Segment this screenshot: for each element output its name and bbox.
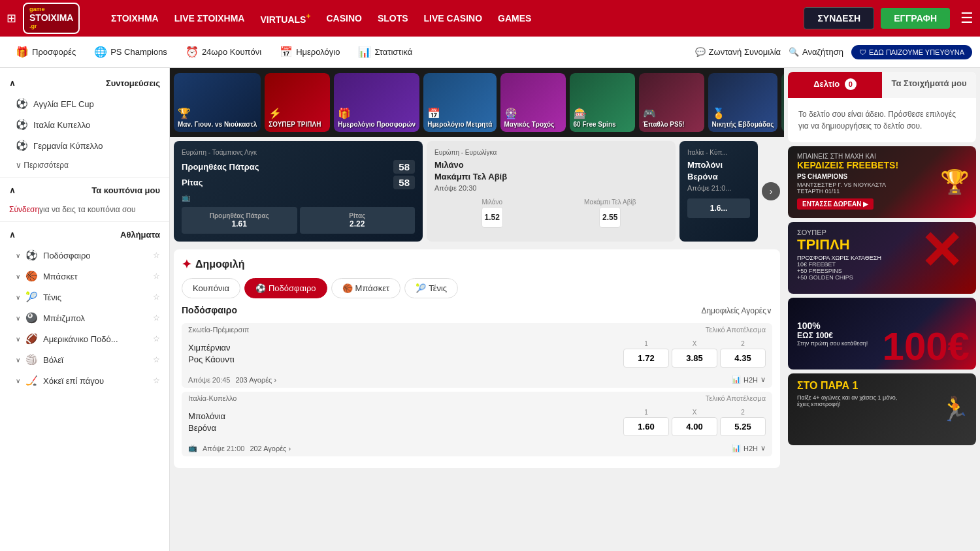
sidebar-divider-2 (0, 221, 169, 222)
chevron-down-icon-5: ∨ (16, 336, 20, 343)
register-button[interactable]: ΕΓΓΡΑΦΗ (881, 8, 950, 29)
nav-live-casino[interactable]: LIVE CASINO (424, 13, 482, 24)
banner-freespins[interactable]: 🎰 60 Free Spins (570, 73, 635, 132)
american-football-label: Αμερικάνικο Ποδό... (43, 334, 118, 344)
banner-label-metrita: Ημερολόγιο Μετρητά (427, 121, 492, 128)
hamburger-icon[interactable]: ☰ (960, 10, 973, 27)
matches-next-button[interactable]: › (762, 182, 780, 200)
popular-section: ✦ Δημοφιλή Κουπόνια ⚽ Ποδόσφαιρο 🏀 Μπάσκ… (174, 249, 780, 468)
match2-odd2-button[interactable]: 2.55 (599, 207, 621, 228)
sidebar-item-baseball[interactable]: ∨ 🎱 Μπέιζμπολ ☆ (0, 307, 169, 328)
sidebar-item-volleyball[interactable]: ∨ 🏐 Βόλεϊ ☆ (0, 349, 169, 370)
match2-markets-link[interactable]: 202 Αγορές › (250, 445, 291, 452)
nav-live-stoixima[interactable]: LIVE ΣΤΟΙΧΗΜΑ (174, 13, 245, 24)
nav-stoixima[interactable]: ΣΤΟΙΧΗΜΑ (111, 13, 159, 24)
promo-enter-button[interactable]: ΕΝΤΑΣΣΕ ΔΩΡΕΑΝ ▶ (797, 198, 874, 210)
betslip-empty-text: Το δελτίο σου είναι άδειο. Πρόσθεσε επιλ… (788, 98, 976, 142)
promo-para1-banner[interactable]: ΣΤΟ ΠΑΡΑ 1 Παίξε 4+ αγώνες και αν χάσεις… (788, 373, 976, 445)
banner-label-magic: Μαγικός Τροχός (504, 121, 555, 128)
main-content: 🏆 Mαν. Γιουν. vs Νιούκαστλ ⚡ ΣΟΥΠΕΡ ΤΡΙΠ… (170, 68, 784, 551)
tab-basketball[interactable]: 🏀 Μπάσκετ (331, 278, 401, 298)
banner-ps5[interactable]: 🎮 Έπαθλο PS5! (639, 73, 704, 132)
sidebar-item-american-football[interactable]: ∨ 🏈 Αμερικάνικο Ποδό... ☆ (0, 328, 169, 349)
subnav-statistics[interactable]: 📊 Στατιστικά (350, 42, 420, 62)
subnav-offers[interactable]: 🎁 Προσφορές (8, 42, 84, 62)
sidebar-item-italy-cup[interactable]: ⚽ Ιταλία Κυπελλο (0, 114, 169, 135)
promo-super-text: ΣΟΥΠΕΡ ΤΡΙΠΛΗ ΠΡΟΣΦΟΡΑ ΧΩΡΙΣ ΚΑΤΑΘΕΣΗ 10… (797, 228, 881, 281)
match2-odd1[interactable]: 1.60 (623, 417, 669, 436)
live-chat-button[interactable]: 💬 Ζωντανή Συνομιλία (695, 47, 781, 57)
hockey-icon: 🏒 (25, 375, 38, 386)
search-label: Αναζήτηση (802, 47, 843, 57)
star-icon-5: ☆ (153, 334, 160, 343)
sports-section-header[interactable]: ∧ Αθλήματα (0, 225, 169, 245)
clock-icon: ⏰ (186, 46, 199, 58)
banner-metrita[interactable]: 📅 Ημερολόγιο Μετρητά (423, 73, 496, 132)
match2-odd2[interactable]: 5.25 (720, 417, 766, 436)
betslip-tab-my-bets[interactable]: Τα Στοιχήματά μου (882, 72, 976, 98)
grid-icon[interactable]: ⊞ (7, 11, 16, 25)
tennis-label: Τένις (43, 292, 61, 302)
sidebar-item-germany-cup[interactable]: ⚽ Γερμανία Κύπελλο (0, 135, 169, 156)
sidebar-item-football[interactable]: ∨ ⚽ Ποδόσφαιρο ☆ (0, 245, 169, 266)
promo-100-banner[interactable]: 100% ΕΩΣ 100€ Στην πρώτη σου κατάθεση! 1… (788, 298, 976, 370)
match2-odd1-button[interactable]: 1.52 (482, 207, 503, 228)
login-button[interactable]: ΣΥΝΔΕΣΗ (804, 7, 874, 29)
shortcuts-section-header[interactable]: ∧ Συντομεύσεις (0, 73, 169, 93)
site-logo[interactable]: game STOIXIMA .gr (23, 3, 80, 33)
banner-super-triple[interactable]: ⚡ ΣΟΥΠΕΡ ΤΡΙΠΛΗ (265, 73, 330, 132)
tab-football[interactable]: ⚽ Ποδόσφαιρο (244, 278, 327, 298)
match3-odds-row: 1.6... (687, 198, 750, 218)
match1-odd2-button[interactable]: Ρίτας 2.22 (300, 207, 416, 234)
subnav-right-actions: 💬 Ζωντανή Συνομιλία 🔍 Αναζήτηση 🛡 ΕΔΩ ΠΑ… (695, 45, 972, 59)
banner-pragmatic[interactable]: 💰 Pragmatic Buy Bonus (781, 73, 784, 132)
sidebar-item-hockey[interactable]: ∨ 🏒 Χόκεϊ επί πάγου ☆ (0, 370, 169, 391)
nav-slots[interactable]: SLOTS (378, 13, 408, 24)
chevron-down-markets-icon: ∨ (766, 306, 772, 315)
subnav-calendar[interactable]: 📅 Ημερολόγιο (272, 42, 348, 62)
sidebar-item-tennis[interactable]: ∨ 🎾 Τένις ☆ (0, 287, 169, 307)
coupons-login-link[interactable]: Σύνδεση (9, 205, 39, 214)
baseball-icon: 🎱 (25, 312, 38, 324)
match1-odds-row: Προμηθέας Πάτρας 1.61 Ρίτας 2.22 (182, 207, 415, 234)
tab-tennis[interactable]: 🎾 Τένις (404, 278, 458, 298)
coupons-section-header[interactable]: ∧ Τα κουπόνια μου (0, 180, 169, 200)
match2-oddX[interactable]: 4.00 (672, 417, 717, 436)
banner-magic-wheel[interactable]: 🎡 Μαγικός Τροχός (500, 73, 566, 132)
responsible-gaming-button[interactable]: 🛡 ΕΔΩ ΠΑΙΖΟΥΜΕ ΥΠΕΥΘΥΝΑ (851, 45, 972, 59)
match1-teams: Χιμπέρνιαν Ρος Κάουντι (188, 342, 618, 366)
popular-markets-dropdown[interactable]: Δημοφιλείς Αγορές ∨ (701, 306, 772, 315)
match1-odd1-button[interactable]: Προμηθέας Πάτρας 1.61 (182, 207, 297, 234)
sidebar-item-efl-cup[interactable]: ⚽ Αγγλία EFL Cup (0, 93, 169, 114)
match1-score1: 58 (393, 160, 415, 174)
match3-odd1-button[interactable]: 1.6... (687, 198, 750, 218)
promo-super-triple-banner[interactable]: ΣΟΥΠΕΡ ΤΡΙΠΛΗ ΠΡΟΣΦΟΡΑ ΧΩΡΙΣ ΚΑΤΑΘΕΣΗ 10… (788, 222, 976, 294)
match2-time: Απόψε 20:30 (434, 184, 668, 192)
tab-coupons[interactable]: Κουπόνια (182, 278, 240, 298)
betslip-tab-active[interactable]: Δελτίο 0 (788, 72, 882, 98)
nav-casino[interactable]: CASINO (326, 13, 361, 24)
match2-h2h[interactable]: 📊 H2H ∨ (732, 444, 766, 452)
banner-label-ps: Mαν. Γιουν. vs Νιούκαστλ (178, 121, 257, 128)
banner-winner[interactable]: 🏅 Νικητής Εβδομάδας (708, 73, 778, 132)
match2-team1: Μιλάνο (434, 160, 464, 170)
nav-virtuals[interactable]: VIRTUALS+ (260, 12, 310, 25)
subnav-ps-label: PS Champions (110, 47, 167, 57)
banner-ps-champions[interactable]: 🏆 Mαν. Γιουν. vs Νιούκαστλ (174, 73, 261, 132)
promo-freebets-banner[interactable]: ΜΠΑΙΝΕΙΣ ΣΤΗ ΜΑΧΗ ΚΑΙ ΚΕΡΔΙΖΕΙΣ FREEBETS… (788, 146, 976, 218)
match2-team1-name: Μπολόνια (188, 411, 618, 422)
match1-odd2[interactable]: 4.35 (720, 349, 766, 368)
banner-icon-ps: 🏆 (178, 107, 257, 119)
subnav-ps-champions[interactable]: 🌐 PS Champions (86, 42, 175, 62)
football-tab-icon: ⚽ (255, 283, 266, 293)
search-button[interactable]: 🔍 Αναζήτηση (789, 47, 843, 57)
match1-markets-link[interactable]: 203 Αγορές › (235, 376, 276, 384)
shortcuts-more[interactable]: ∨ Περισσότερα (0, 156, 169, 174)
match1-odd1[interactable]: 1.72 (623, 349, 669, 368)
sidebar-item-basketball[interactable]: ∨ 🏀 Μπάσκετ ☆ (0, 266, 169, 287)
nav-games[interactable]: GAMES (498, 13, 531, 24)
match1-h2h[interactable]: 📊 H2H ∨ (732, 375, 766, 384)
match1-oddX[interactable]: 3.85 (672, 349, 717, 368)
subnav-24h-coupon[interactable]: ⏰ 24ωρο Κουπόνι (178, 42, 269, 62)
banner-offers[interactable]: 🎁 Ημερολόγιο Προσφορών (334, 73, 419, 132)
